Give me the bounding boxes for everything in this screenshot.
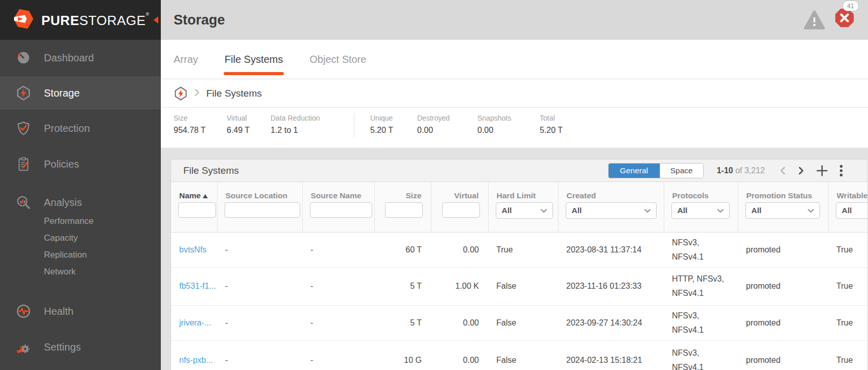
sidebar-item-protection[interactable]: Protection xyxy=(0,110,161,146)
tab-bar: Array File Systems Object Store xyxy=(161,40,868,79)
main-content: Array File Systems Object Store File Sys… xyxy=(161,40,868,370)
file-system-link[interactable]: fb531-f1... xyxy=(179,282,216,290)
cell-virtual: 1.00 K xyxy=(431,267,488,305)
cell-created: 2023-09-27 14:30:24 xyxy=(558,305,664,340)
sidebar-collapse-icon[interactable] xyxy=(154,16,158,24)
filter-writable-select[interactable]: All xyxy=(836,202,868,219)
stats-divider xyxy=(354,113,354,137)
column-header-writable[interactable]: Writable xyxy=(828,182,868,200)
column-header-name[interactable]: Name xyxy=(171,182,217,200)
cell-size: 5 T xyxy=(374,267,431,305)
sub-item-label: Replication xyxy=(44,250,87,260)
cell-source-location: - xyxy=(217,305,302,340)
panel-header: File Systems General Space 1-10 of 3,212 xyxy=(171,159,867,182)
prev-page-icon[interactable] xyxy=(779,166,786,175)
sub-item-label: Performance xyxy=(44,216,93,226)
cell-writable: True xyxy=(828,305,868,340)
table-row: fb531-f1... - - 5 T 1.00 K False 2023-11… xyxy=(171,267,868,305)
sidebar-item-performance[interactable]: Performance xyxy=(44,213,161,229)
stat-snapshots: Snapshots 0.00 xyxy=(477,108,540,135)
tab-array[interactable]: Array xyxy=(174,40,198,79)
magnifier-chart-icon xyxy=(15,194,32,211)
filter-created-select[interactable]: All xyxy=(566,202,657,219)
sidebar-item-storage[interactable]: Storage xyxy=(0,76,161,110)
sidebar-item-replication[interactable]: Replication xyxy=(44,246,161,263)
cell-hard-limit: True xyxy=(488,232,558,267)
sidebar-item-health[interactable]: Health xyxy=(0,293,161,329)
sidebar-item-label: Analysis xyxy=(44,197,82,209)
filter-source-location-input[interactable] xyxy=(225,202,300,218)
dashboard-gauge-icon xyxy=(15,50,32,66)
filter-name-input[interactable] xyxy=(178,202,216,218)
filter-size-input[interactable] xyxy=(385,202,423,218)
cell-source-location: - xyxy=(217,232,302,267)
file-system-link[interactable]: jrivera-... xyxy=(179,318,211,327)
table-row: nfs-pxb... - - 10 G 0.00 False 2024-02-1… xyxy=(171,340,868,370)
file-system-link[interactable]: nfs-pxb... xyxy=(179,356,213,364)
view-toggle: General Space xyxy=(608,163,704,178)
sidebar-item-settings[interactable]: Settings xyxy=(0,329,161,365)
table-row: jrivera-... - - 5 T 0.00 False 2023-09-2… xyxy=(171,305,868,340)
sidebar: PURESTORAGE® Dashboard xyxy=(0,0,161,370)
sidebar-item-label: Policies xyxy=(44,158,79,170)
cell-hard-limit: False xyxy=(488,267,558,305)
sidebar-item-network[interactable]: Network xyxy=(44,263,161,280)
storage-hexagon-icon xyxy=(15,85,32,101)
column-header-created[interactable]: Created xyxy=(558,182,664,200)
column-header-promotion-status[interactable]: Promotion Status xyxy=(738,182,828,200)
shield-check-icon xyxy=(15,120,32,136)
sidebar-item-policies[interactable]: Policies xyxy=(0,146,161,182)
column-header-protocols[interactable]: Protocols xyxy=(664,182,738,200)
filter-hard-limit-select[interactable]: All xyxy=(496,202,553,219)
cell-hard-limit: False xyxy=(488,340,558,370)
sort-asc-icon xyxy=(203,191,208,200)
filter-protocols-select[interactable]: All xyxy=(671,202,730,219)
sidebar-item-label: Dashboard xyxy=(44,52,94,64)
pagination-text: 1-10 of 3,212 xyxy=(717,166,765,175)
sidebar-item-analysis[interactable]: Analysis xyxy=(0,192,161,213)
column-header-virtual[interactable]: Virtual xyxy=(431,182,488,200)
filter-virtual-input[interactable] xyxy=(442,202,480,218)
sub-item-label: Network xyxy=(44,267,76,277)
next-page-icon[interactable] xyxy=(798,166,805,175)
sidebar-item-capacity[interactable]: Capacity xyxy=(44,229,161,246)
warning-alert-icon[interactable] xyxy=(804,10,825,32)
stat-label: Snapshots xyxy=(477,114,540,122)
table-header-row: Name Source Location Source Name Size Vi… xyxy=(171,182,868,200)
cell-source-location: - xyxy=(217,267,302,305)
stats-bar: Size 954.78 T Virtual 6.49 T Data Reduct… xyxy=(161,108,868,148)
stat-total: Total 5.20 T xyxy=(540,108,563,135)
cell-promotion-status: promoted xyxy=(738,305,828,340)
sidebar-item-label: Storage xyxy=(44,87,80,99)
cell-protocols: NFSv3, NFSv4.1 xyxy=(664,305,738,340)
analysis-submenu: Performance Capacity Replication Network xyxy=(0,213,161,280)
cell-source-name: - xyxy=(302,232,374,267)
cell-writable: True xyxy=(828,267,868,305)
heartbeat-circle-icon xyxy=(15,303,32,319)
filter-promotion-status-select[interactable]: All xyxy=(745,202,820,219)
column-header-size[interactable]: Size xyxy=(374,182,431,200)
table-row: bvtsNfs - - 60 T 0.00 True 2023-08-31 11… xyxy=(171,232,868,267)
cell-created: 2023-08-31 11:37:14 xyxy=(558,232,664,267)
toggle-general-button[interactable]: General xyxy=(609,164,660,178)
tab-object-store[interactable]: Object Store xyxy=(309,40,366,79)
file-systems-table: Name Source Location Source Name Size Vi… xyxy=(171,182,868,370)
add-file-system-icon[interactable] xyxy=(816,165,828,177)
column-header-source-location[interactable]: Source Location xyxy=(217,182,302,200)
sidebar-item-dashboard[interactable]: Dashboard xyxy=(0,40,161,76)
stat-label: Data Reduction xyxy=(271,114,343,122)
cell-virtual: 0.00 xyxy=(431,340,488,370)
logo-wordmark: PURESTORAGE® xyxy=(41,12,150,29)
toggle-space-button[interactable]: Space xyxy=(660,164,703,178)
column-header-source-name[interactable]: Source Name xyxy=(302,182,374,200)
cell-writable: True xyxy=(828,340,868,370)
more-options-kebab-icon[interactable] xyxy=(839,165,843,177)
tab-file-systems[interactable]: File Systems xyxy=(225,40,283,79)
stat-value: 5.20 T xyxy=(370,126,417,135)
stat-label: Destroyed xyxy=(417,114,477,122)
column-header-hard-limit[interactable]: Hard Limit xyxy=(488,182,558,200)
filter-source-name-input[interactable] xyxy=(310,202,372,218)
storage-hexagon-icon[interactable] xyxy=(174,86,188,101)
gear-wrench-icon xyxy=(15,339,32,355)
file-system-link[interactable]: bvtsNfs xyxy=(179,245,206,254)
